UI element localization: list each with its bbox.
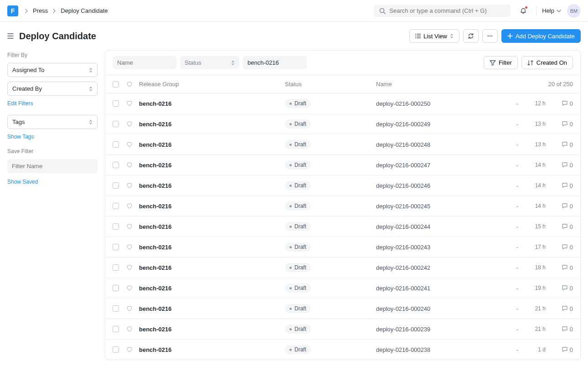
list-toolbar: Status Filter Created On: [105, 51, 580, 75]
global-search[interactable]: [374, 5, 511, 17]
row-checkbox[interactable]: [113, 203, 119, 209]
like-button[interactable]: [126, 244, 139, 250]
like-button[interactable]: [126, 121, 139, 127]
divider: [536, 6, 536, 15]
show-saved-link[interactable]: Show Saved: [7, 179, 98, 185]
row-checkbox[interactable]: [113, 100, 119, 107]
row-count: 20 of 250: [546, 81, 573, 88]
user-avatar[interactable]: BM: [567, 4, 581, 18]
select-all-checkbox[interactable]: [113, 81, 119, 88]
tags-select[interactable]: Tags: [7, 115, 98, 129]
cell-release-group: bench-0216: [139, 121, 285, 128]
status-badge: Draft: [285, 119, 311, 129]
cell-comments[interactable]: 0: [546, 244, 573, 251]
like-button[interactable]: [126, 305, 139, 312]
cell-release-group: bench-0216: [139, 162, 285, 169]
breadcrumb-press[interactable]: Press: [33, 7, 48, 14]
more-options-button[interactable]: [482, 29, 498, 43]
list-row[interactable]: bench-0216 Draft deploy-0216-000245 - 14…: [105, 196, 580, 216]
add-deploy-candidate-button[interactable]: Add Deploy Candidate: [501, 29, 581, 43]
like-button[interactable]: [126, 162, 139, 168]
list-row[interactable]: bench-0216 Draft deploy-0216-000250 - 12…: [105, 93, 580, 113]
cell-release-group: bench-0216: [139, 305, 285, 312]
cell-comments[interactable]: 0: [546, 305, 573, 312]
row-checkbox[interactable]: [113, 121, 119, 127]
cell-comments[interactable]: 0: [546, 264, 573, 271]
cell-assignee: -: [500, 305, 518, 312]
like-button[interactable]: [126, 264, 139, 271]
cell-name: deploy-0216-000240: [376, 305, 500, 312]
filter-button[interactable]: Filter: [484, 56, 518, 69]
cell-name: deploy-0216-000248: [376, 141, 500, 148]
list-row[interactable]: bench-0216 Draft deploy-0216-000243 - 17…: [105, 237, 580, 257]
list-row[interactable]: bench-0216 Draft deploy-0216-000240 - 21…: [105, 298, 580, 319]
list-row[interactable]: bench-0216 Draft deploy-0216-000238 - 1 …: [105, 339, 580, 360]
cell-comments[interactable]: 0: [546, 121, 573, 128]
row-checkbox[interactable]: [113, 264, 119, 271]
row-checkbox[interactable]: [113, 162, 119, 168]
like-button[interactable]: [126, 346, 139, 353]
list-row[interactable]: bench-0216 Draft deploy-0216-000246 - 14…: [105, 175, 580, 196]
list-header: Release Group Status Name 20 of 250: [105, 75, 580, 93]
created-by-select[interactable]: Created By: [7, 82, 98, 96]
status-badge: Draft: [285, 99, 311, 108]
row-checkbox[interactable]: [113, 182, 119, 189]
column-status[interactable]: Status: [285, 81, 376, 88]
comment-icon: [562, 182, 568, 189]
column-name[interactable]: Name: [376, 81, 500, 88]
like-button[interactable]: [126, 182, 139, 189]
row-checkbox[interactable]: [113, 141, 119, 148]
breadcrumb-deploy-candidate[interactable]: Deploy Candidate: [61, 7, 108, 14]
row-checkbox[interactable]: [113, 244, 119, 250]
global-search-input[interactable]: [389, 7, 505, 14]
sidebar-toggle[interactable]: [7, 33, 14, 39]
cell-assignee: -: [500, 162, 518, 169]
refresh-button[interactable]: [463, 29, 479, 43]
filter-name-input[interactable]: [7, 159, 98, 173]
row-checkbox[interactable]: [113, 326, 119, 332]
like-button[interactable]: [126, 100, 139, 107]
cell-comments[interactable]: 0: [546, 223, 573, 230]
like-button[interactable]: [126, 141, 139, 148]
cell-name: deploy-0216-000241: [376, 285, 500, 292]
like-button[interactable]: [126, 326, 139, 332]
assigned-to-select[interactable]: Assigned To: [7, 63, 98, 77]
list-row[interactable]: bench-0216 Draft deploy-0216-000247 - 14…: [105, 155, 580, 175]
cell-name: deploy-0216-000243: [376, 244, 500, 251]
status-filter-select[interactable]: Status: [180, 56, 239, 69]
cell-comments[interactable]: 0: [546, 182, 573, 189]
like-button[interactable]: [126, 203, 139, 209]
show-tags-link[interactable]: Show Tags: [7, 134, 98, 140]
cell-comments[interactable]: 0: [546, 203, 573, 210]
app-logo[interactable]: F: [7, 5, 18, 16]
cell-comments[interactable]: 0: [546, 162, 573, 169]
list-row[interactable]: bench-0216 Draft deploy-0216-000241 - 19…: [105, 278, 580, 298]
help-dropdown[interactable]: Help: [542, 7, 562, 14]
column-release-group[interactable]: Release Group: [139, 81, 285, 88]
like-button[interactable]: [126, 223, 139, 230]
row-checkbox[interactable]: [113, 285, 119, 291]
cell-comments[interactable]: 0: [546, 346, 573, 353]
search-filter-input[interactable]: [243, 56, 307, 69]
row-checkbox[interactable]: [113, 223, 119, 230]
like-button[interactable]: [126, 285, 139, 291]
cell-comments[interactable]: 0: [546, 285, 573, 292]
sort-button[interactable]: Created On: [521, 56, 573, 69]
edit-filters-link[interactable]: Edit Filters: [7, 100, 98, 107]
row-checkbox[interactable]: [113, 305, 119, 312]
cell-name: deploy-0216-000247: [376, 162, 500, 169]
list-row[interactable]: bench-0216 Draft deploy-0216-000244 - 15…: [105, 216, 580, 237]
cell-name: deploy-0216-000245: [376, 203, 500, 210]
list-row[interactable]: bench-0216 Draft deploy-0216-000249 - 13…: [105, 113, 580, 134]
cell-comments[interactable]: 0: [546, 326, 573, 333]
comment-icon: [562, 346, 568, 353]
list-row[interactable]: bench-0216 Draft deploy-0216-000239 - 21…: [105, 319, 580, 339]
row-checkbox[interactable]: [113, 346, 119, 353]
name-filter-input[interactable]: [113, 56, 176, 69]
cell-comments[interactable]: 0: [546, 100, 573, 107]
notifications-button[interactable]: [516, 4, 531, 18]
list-row[interactable]: bench-0216 Draft deploy-0216-000248 - 13…: [105, 134, 580, 155]
cell-comments[interactable]: 0: [546, 141, 573, 148]
list-view-dropdown[interactable]: List View: [409, 29, 459, 43]
list-row[interactable]: bench-0216 Draft deploy-0216-000242 - 18…: [105, 257, 580, 278]
